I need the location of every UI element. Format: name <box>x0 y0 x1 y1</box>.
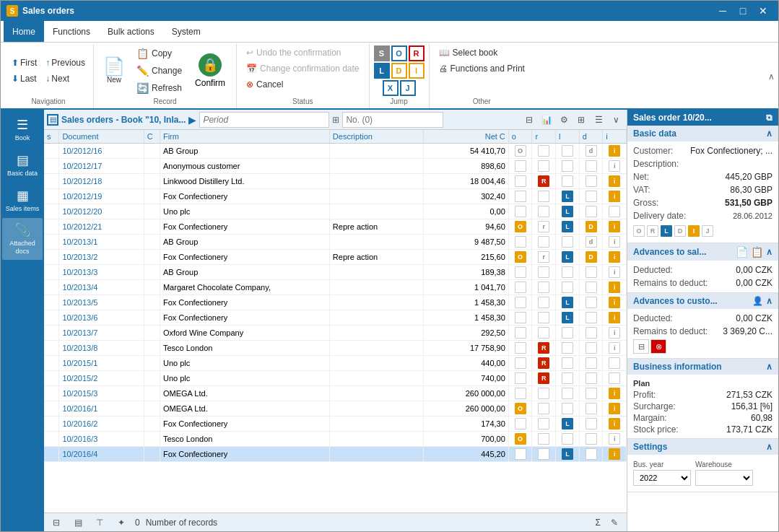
status-r[interactable]: R <box>647 225 658 237</box>
cell-firm: Fox Confectionery <box>160 219 329 235</box>
jump-r-button[interactable]: R <box>409 45 425 61</box>
rp-advances-sal-header[interactable]: Advances to sal... 📄 📋 ∧ <box>627 243 778 261</box>
col-header-net[interactable]: Net C <box>424 130 508 144</box>
cancel-button[interactable]: ⊗ Cancel <box>241 77 288 92</box>
new-button[interactable]: 📄 New <box>98 56 130 86</box>
rp-settings-header[interactable]: Settings ∧ <box>627 439 778 455</box>
next-button[interactable]: ↓ Next <box>42 71 89 86</box>
period-input[interactable] <box>199 112 329 128</box>
sidebar-item-book[interactable]: ☰ Book <box>2 113 43 147</box>
table-row[interactable]: 10/2013/4Margaret Chocolate Company,1 04… <box>44 280 627 295</box>
adv-sal-icon1[interactable]: 📄 <box>736 246 748 258</box>
edit-icon[interactable]: ✎ <box>606 515 622 531</box>
select-book-button[interactable]: 📖 Select book <box>434 45 503 60</box>
footer-table-icon[interactable]: ▤ <box>70 515 86 531</box>
sidebar-item-basic-data[interactable]: ▤ Basic data <box>2 148 43 182</box>
previous-button[interactable]: ↑ Previous <box>42 56 89 70</box>
jump-l-button[interactable]: L <box>374 63 390 79</box>
jump-j-button[interactable]: J <box>400 80 416 96</box>
adv-cust-btn1[interactable]: ⊟ <box>633 339 649 354</box>
table-row[interactable]: 10/2013/3AB Group189,38i <box>44 265 627 280</box>
copy-button[interactable]: 📋 Copy <box>131 45 187 61</box>
adv-sal-icon2[interactable]: 📋 <box>751 246 763 258</box>
jump-d-button[interactable]: D <box>391 63 407 79</box>
records-label: Number of records <box>146 518 217 528</box>
table-row[interactable]: 10/2013/6Fox Confectionery1 458,30Li <box>44 310 627 326</box>
table-row[interactable]: 10/2015/3OMEGA Ltd.260 000,00i <box>44 386 627 401</box>
status-o[interactable]: O <box>633 225 645 237</box>
jump-s-button[interactable]: S <box>374 45 390 61</box>
warehouse-select[interactable] <box>695 470 753 486</box>
rp-expand-icon[interactable]: ⧉ <box>766 113 773 123</box>
grid-view-button[interactable]: ⊟ <box>521 112 537 128</box>
jump-x-button[interactable]: X <box>383 80 399 96</box>
right-panel: Sales order 10/20... ⧉ Basic data ∧ Cust… <box>627 110 778 531</box>
status-l[interactable]: L <box>661 225 672 237</box>
refresh-button[interactable]: 🔄 Refresh <box>131 80 187 96</box>
undo-confirmation-button[interactable]: ↩ Undo the confirmation <box>241 45 346 60</box>
functions-print-button[interactable]: 🖨 Functions and Print <box>434 61 530 76</box>
table-row[interactable]: 10/2013/5Fox Confectionery1 458,30Li <box>44 295 627 310</box>
sidebar-item-sales-items[interactable]: ▦ Sales items <box>2 183 43 217</box>
table-row[interactable]: 10/2012/16AB Group54 410,70Odi <box>44 144 627 159</box>
confirm-button[interactable]: 🔒 Confirm <box>188 50 232 92</box>
change-button[interactable]: ✏️ Change <box>131 63 187 79</box>
chart-button[interactable]: 📊 <box>539 112 554 128</box>
sidebar-item-attached-docs[interactable]: 📎 Attached docs <box>2 218 43 260</box>
change-confirmation-date-button[interactable]: 📅 Change confirmation date <box>241 61 364 76</box>
table-row[interactable]: 10/2016/2Fox Confectionery174,30Li <box>44 417 627 432</box>
ribbon: ⬆ First ⬇ Last ↑ Previous ↓ Next <box>1 43 778 110</box>
col-header-d: d <box>579 130 603 144</box>
cell-net: 94,60 <box>424 219 508 235</box>
settings-button[interactable]: ⚙ <box>556 112 572 128</box>
table-row[interactable]: 10/2012/21Fox ConfectioneryRepre action9… <box>44 219 627 235</box>
table-row[interactable]: 10/2012/19Fox Confectionery302,40Li <box>44 189 627 204</box>
table-row[interactable]: 10/2015/1Uno plc440,00R <box>44 356 627 371</box>
bus-year-select[interactable]: 2022 <box>633 470 691 486</box>
col-header-description[interactable]: Description <box>329 130 424 144</box>
no-input[interactable] <box>342 112 443 128</box>
rp-advances-cust-header[interactable]: Advances to custo... 👤 ∧ <box>627 293 778 309</box>
table-row[interactable]: 10/2012/20Uno plc0,00L <box>44 204 627 219</box>
col-header-firm[interactable]: Firm <box>160 130 329 144</box>
adv-cust-btn2[interactable]: ⊗ <box>650 339 666 354</box>
table-row[interactable]: 10/2016/4Fox Confectionery445,20Li <box>44 447 627 462</box>
menu-home[interactable]: Home <box>4 21 44 42</box>
footer-refresh-icon[interactable]: ✦ <box>113 515 129 531</box>
table-row[interactable]: 10/2015/2Uno plc740,00R <box>44 371 627 386</box>
close-button[interactable]: ✕ <box>754 4 773 18</box>
rp-basic-data-header[interactable]: Basic data ∧ <box>627 126 778 141</box>
table-row[interactable]: 10/2013/8Tesco London17 758,90Ri <box>44 341 627 356</box>
ribbon-collapse-button[interactable]: ∧ <box>767 44 775 108</box>
maximize-button[interactable]: □ <box>734 4 752 18</box>
col-header-document[interactable]: Document <box>59 130 144 144</box>
menu-bulk[interactable]: Bulk actions <box>99 21 163 42</box>
adv-cust-icon1[interactable]: 👤 <box>752 296 763 306</box>
table-row[interactable]: 10/2012/18Linkwood Distillery Ltd.18 004… <box>44 174 627 189</box>
menu-functions[interactable]: Functions <box>44 21 99 42</box>
columns-button[interactable]: ⊞ <box>573 112 589 128</box>
filter-button[interactable]: ☰ <box>591 112 606 128</box>
rp-business-header[interactable]: Business information ∧ <box>627 359 778 375</box>
minimize-button[interactable]: ─ <box>713 4 732 18</box>
table-row[interactable]: 10/2013/1AB Group9 487,50di <box>44 235 627 250</box>
table-row[interactable]: 10/2012/17Anonymous customer898,60i <box>44 159 627 174</box>
list-title: Sales orders - Book "10, Inla... <box>61 115 186 125</box>
footer-filter-icon[interactable]: ⊤ <box>92 515 108 531</box>
cell-net: 9 487,50 <box>424 235 508 250</box>
table-row[interactable]: 10/2013/2Fox ConfectioneryRepre action21… <box>44 250 627 265</box>
menu-system[interactable]: System <box>163 21 209 42</box>
table-row[interactable]: 10/2016/3Tesco London700,00Oi <box>44 432 627 447</box>
status-i[interactable]: I <box>688 225 700 237</box>
jump-o-button[interactable]: O <box>391 45 407 61</box>
footer-grid-icon[interactable]: ⊟ <box>48 515 64 531</box>
status-j[interactable]: J <box>702 225 713 237</box>
jump-i-button[interactable]: I <box>409 63 425 79</box>
last-button[interactable]: ⬇ Last <box>8 71 40 86</box>
table-row[interactable]: 10/2013/7Oxford Wine Company292,50i <box>44 326 627 341</box>
margin-row: Margain: 60,98 <box>633 412 773 424</box>
table-row[interactable]: 10/2016/1OMEGA Ltd.260 000,00Oi <box>44 401 627 417</box>
status-d[interactable]: D <box>674 225 686 237</box>
first-button[interactable]: ⬆ First <box>8 56 40 70</box>
expand-button[interactable]: ∨ <box>608 112 624 128</box>
